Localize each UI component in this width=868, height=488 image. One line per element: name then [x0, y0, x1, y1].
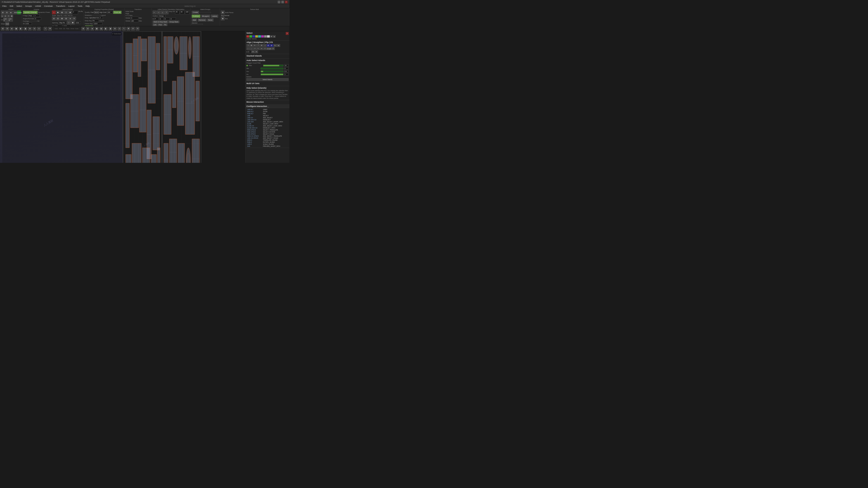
toolbar2-icon3[interactable]: ◈	[10, 27, 13, 31]
align-bottom[interactable]: ⊥	[264, 44, 267, 47]
viewport-uv[interactable]: U V 人人素材 人人素材 人人素材 人人素材	[123, 31, 245, 163]
uv-toolbar-icon6[interactable]: ◧	[104, 27, 107, 31]
min-slider[interactable]	[261, 68, 283, 69]
group-stack-btn[interactable]: Group Stack	[169, 21, 179, 23]
uv-toolbar-icon2[interactable]: ⊟	[86, 27, 90, 31]
seams-icon2[interactable]: ⊟	[5, 11, 8, 14]
select-arrow-up[interactable]: ▲	[273, 35, 276, 37]
scale-icon3[interactable]: ▦	[60, 17, 64, 20]
menu-constrain[interactable]: Constrain	[43, 5, 54, 7]
min-val-input[interactable]: 0	[284, 67, 288, 70]
layout-pack-icon[interactable]: ◻	[67, 21, 70, 24]
seams-small4[interactable]: ◉	[10, 15, 13, 18]
orient-icon2[interactable]: ◁	[157, 11, 160, 14]
maximize-button[interactable]: □	[281, 1, 284, 3]
toolbar2-icon5[interactable]: ◧	[19, 27, 23, 31]
menu-transform[interactable]: Transform	[55, 5, 67, 7]
spacing-val[interactable]: 102x	[75, 22, 81, 24]
flip-v[interactable]: ⇕	[264, 47, 267, 50]
straighten-icon3[interactable]: ↗	[253, 47, 256, 50]
outlines-button[interactable]: Outlines	[192, 15, 200, 18]
orient-icon3[interactable]: △	[161, 11, 164, 14]
seams-small1[interactable]: U	[1, 15, 4, 18]
color-swatch-white[interactable]	[267, 35, 270, 37]
ratio-slider[interactable]	[261, 70, 283, 72]
stop-off[interactable]: 45	[175, 11, 180, 14]
update-unwrap-button[interactable]: Update Unwrap	[23, 11, 37, 14]
seams-icon1[interactable]: ⊞	[1, 11, 4, 14]
free-btn[interactable]: Free	[158, 24, 163, 26]
shade-btn[interactable]: Opts	[5, 22, 9, 26]
toolbar2-icon7[interactable]: ⊕	[28, 27, 32, 31]
toolbar2-cursor[interactable]: ↖	[44, 27, 47, 31]
menu-edit[interactable]: Edit	[8, 5, 15, 7]
orient-icon4[interactable]: ▽	[165, 11, 168, 14]
straighten-icon1[interactable]: ↔	[246, 47, 250, 50]
layout-num[interactable]: 2	[72, 11, 78, 14]
mutations-input[interactable]	[92, 15, 100, 16]
color-swatch-red[interactable]	[246, 35, 249, 37]
live-btn[interactable]: Live U	[3, 18, 8, 22]
stop-off3[interactable]: 180	[185, 11, 189, 14]
global2-input[interactable]: 180	[130, 20, 138, 22]
b-input[interactable]: P	[154, 18, 159, 20]
toolbar2-icon4[interactable]: ▦	[14, 27, 18, 31]
select-islands-button[interactable]: Select Islands	[246, 78, 288, 81]
create-btn[interactable]: Create	[192, 11, 199, 14]
color-swatch-cyan[interactable]	[258, 35, 261, 37]
toolbar2-icon9[interactable]: ⊙	[37, 27, 41, 31]
crush-btn[interactable]: Crush	[267, 47, 271, 50]
uv-toolbar-icon13[interactable]: ⟲	[136, 27, 139, 31]
stop-off2[interactable]: 90	[180, 11, 185, 14]
nine-input[interactable]: 9	[164, 18, 170, 20]
group-name-input[interactable]	[200, 12, 211, 13]
angles-input[interactable]: 0	[34, 18, 41, 20]
menu-unfold[interactable]: Unfold	[34, 5, 42, 7]
ratio2-slider[interactable]	[261, 73, 283, 75]
align-icon7[interactable]: ▤	[267, 44, 270, 47]
scale-icon2[interactable]: ▥	[56, 17, 60, 20]
uv-toolbar-icon4[interactable]: ▦	[95, 27, 99, 31]
menu-groups[interactable]: Groups	[24, 5, 33, 7]
flip-h[interactable]: ⇔	[260, 47, 263, 50]
color-swatch-magenta[interactable]	[261, 35, 264, 37]
add-button[interactable]: Add	[192, 19, 197, 22]
uv-toolbar-icon12[interactable]: ⟳	[131, 27, 135, 31]
align-icon8[interactable]: ▥	[270, 44, 273, 47]
align-left[interactable]: ⊣	[246, 44, 250, 47]
layout-icon2[interactable]: ◼	[56, 11, 60, 14]
minimize-button[interactable]: _	[278, 1, 280, 3]
color-swatch-gray[interactable]	[264, 35, 267, 37]
bilayers-button[interactable]: BILayers	[201, 15, 210, 18]
enable-button[interactable]: Enable	[17, 11, 21, 14]
max-slider[interactable]	[263, 65, 283, 66]
seams-icon3[interactable]: ◈	[9, 11, 13, 14]
close-button[interactable]: ✕	[285, 1, 288, 3]
overlaps-input[interactable]	[30, 21, 37, 22]
scale-icon5[interactable]: ◈	[68, 17, 72, 20]
spacing-input[interactable]: Map Re:	[59, 22, 66, 24]
menu-files[interactable]: Files	[1, 5, 8, 7]
uv-toolbar-icon9[interactable]: ⊙	[118, 27, 121, 31]
s-input[interactable]: S	[159, 18, 164, 20]
uv-toolbar-icon5[interactable]: ▤	[99, 27, 103, 31]
uv-toolbar-icon3[interactable]: ◈	[90, 27, 94, 31]
val30-input[interactable]: 0:00	[25, 22, 32, 25]
seams-small2[interactable]: R	[4, 15, 7, 18]
follow-avg-input[interactable]: 1024	[93, 22, 102, 25]
menu-layout[interactable]: Layout	[67, 5, 76, 7]
align-right[interactable]: ⊢	[253, 44, 256, 47]
color-swatch-blue[interactable]	[252, 35, 255, 37]
color-swatch-yellow[interactable]	[255, 35, 258, 37]
specified-input[interactable]: f	[99, 17, 103, 19]
link-btn[interactable]: Link	[153, 24, 157, 26]
uv-toolbar-icon7[interactable]: ◨	[108, 27, 112, 31]
straighten-icon2[interactable]: ↕	[250, 47, 253, 50]
fit-icon[interactable]: ⊡	[272, 47, 275, 50]
layout-val-icon[interactable]: ◼	[71, 21, 74, 24]
uv-toolbar-icon1[interactable]: ⊞	[82, 27, 85, 31]
orient-icon1[interactable]: ▻	[153, 11, 156, 14]
ratio2-val-input[interactable]: 1	[284, 73, 288, 75]
viewport-3d[interactable]: X Y 人人素材 人人素材 人人素材 0 Selected	[0, 31, 123, 163]
stacked-islands-icon2[interactable]: ⊖	[255, 51, 258, 53]
